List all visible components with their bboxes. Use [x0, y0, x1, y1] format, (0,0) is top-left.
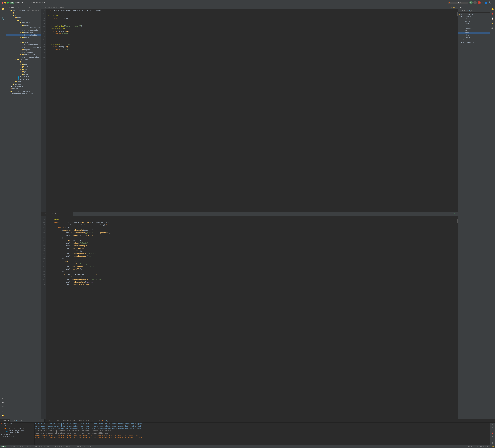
- services-dots-btn[interactable]: ···: [23, 420, 27, 422]
- maven-lifecycle-test[interactable]: ○ test: [458, 25, 490, 27]
- debug-button[interactable]: 🐛: [473, 1, 477, 4]
- log-stop[interactable]: ■: [101, 420, 102, 421]
- tree-item-gitignore[interactable]: 📄 .gitignore: [6, 85, 41, 88]
- log-scroll-down[interactable]: ↓: [490, 426, 495, 429]
- tree-item-entity[interactable]: ▾ 📁 entity: [6, 36, 41, 39]
- tomcat-instance-item[interactable]: 🔥 Tomcat 10.1.2322 [local]: [0, 427, 34, 430]
- maven-download[interactable]: ↓: [461, 10, 462, 12]
- maven-add[interactable]: +: [464, 10, 465, 12]
- more-tools-icon[interactable]: ···: [1, 21, 5, 26]
- tab-server[interactable]: Server: [45, 419, 54, 422]
- localhost-item[interactable]: 🖥 @localhost: [0, 435, 34, 438]
- log-pin[interactable]: 📌: [490, 432, 495, 435]
- tree-item-external-libs[interactable]: ▸ 📁 External Libraries: [6, 90, 41, 93]
- tree-root[interactable]: ▾ 📁 SecurityStudy ~/Desktop/CS/JavaEl...: [6, 9, 41, 12]
- tree-item-target[interactable]: ▸ 📁 target: [6, 83, 41, 85]
- services-stop-btn[interactable]: ■: [13, 420, 15, 422]
- maven-plugins-header[interactable]: ▸ Plugins: [458, 39, 490, 41]
- security-config-editor[interactable]: 4445464748 4950515253 5455565758 5960616…: [41, 216, 458, 419]
- tree-item-user-mapper[interactable]: ☕ UserMapper: [6, 51, 41, 53]
- tree-item-scratches[interactable]: ▸ 🗒 Scratches and Consoles: [6, 93, 41, 95]
- tree-item-account[interactable]: ☕ Account: [6, 39, 41, 41]
- log-search[interactable]: 🔍: [106, 420, 108, 422]
- tree-item-login-html[interactable]: 🌐 login.html: [6, 78, 41, 80]
- tree-item-idea[interactable]: ▸ 📁 .idea: [6, 12, 41, 14]
- maven-refresh[interactable]: ↺: [459, 10, 460, 12]
- maven-skip-tests[interactable]: ⊘: [467, 10, 468, 12]
- editor-scrollbar-2[interactable]: [457, 216, 458, 419]
- tomcat-server-item[interactable]: 🔥 Tomcat Server: [0, 423, 34, 425]
- commit-icon[interactable]: ✔: [1, 12, 5, 16]
- terminal-icon[interactable]: ⌨: [1, 405, 5, 409]
- structure-right-icon[interactable]: 📋: [490, 16, 495, 21]
- services-search-btn[interactable]: 🔍: [15, 419, 18, 422]
- maven-search[interactable]: 🔍: [469, 10, 471, 12]
- security-config-code[interactable]: @Bean public SecurityFilterChain filterC…: [49, 216, 457, 419]
- scrollbar-thumb-1[interactable]: [457, 12, 458, 16]
- notifications-right-icon[interactable]: 🔔: [490, 7, 495, 11]
- tree-item-security-init[interactable]: ☕ SecurityInitializer: [6, 46, 41, 48]
- encoding[interactable]: UTF-8: [477, 446, 482, 448]
- editor-menu-1[interactable]: ⋮: [455, 6, 457, 8]
- tree-item-service-impl[interactable]: ▾ 📁 service.impl: [6, 53, 41, 56]
- tree-item-init[interactable]: ▾ 📁 init: [6, 41, 41, 43]
- tree-item-com-example[interactable]: ▾ 📁 com.example: [6, 22, 41, 24]
- tree-item-test[interactable]: ▸ 📁 test: [6, 80, 41, 83]
- tree-item-controller[interactable]: ▾ 📁 controller: [6, 31, 41, 34]
- maven-lifecycle-package[interactable]: ○ package: [458, 27, 490, 29]
- run-button[interactable]: ▶: [469, 1, 473, 4]
- log-filter-btn2[interactable]: ⊟: [490, 435, 495, 438]
- maven-run[interactable]: ▶: [462, 10, 463, 12]
- maven-lifecycle-deploy[interactable]: ○ deploy: [458, 36, 490, 39]
- settings-icon[interactable]: ⚙: [492, 1, 493, 4]
- bookmarks-icon[interactable]: 🔖: [490, 12, 495, 16]
- database-item[interactable]: 🗄 Database: [0, 433, 34, 435]
- tree-item-main[interactable]: ▾ 📁 main: [6, 17, 41, 19]
- maven-settings[interactable]: ⚙: [466, 10, 467, 12]
- tree-item-picture[interactable]: ▸ 📁 picture: [6, 73, 41, 75]
- services-filter-btn[interactable]: ⊟: [19, 419, 20, 422]
- hello-controller-code[interactable]: import org.springframework.web.bind.anno…: [46, 9, 457, 212]
- tree-item-font[interactable]: ▸ 📁 font: [6, 66, 41, 68]
- maven-lifecycle-validate[interactable]: ○ validate: [458, 20, 490, 23]
- tree-item-js[interactable]: ▸ 📁 js: [6, 70, 41, 73]
- minimize-button[interactable]: [4, 2, 6, 4]
- running-item[interactable]: ▶ Running: [0, 425, 34, 427]
- maven-project-root[interactable]: m SecurityStudy: [458, 13, 490, 15]
- log-clear-btn2[interactable]: 🗑: [490, 442, 495, 445]
- tree-item-src[interactable]: ▾ 📁 src: [6, 14, 41, 17]
- tree-item-pom[interactable]: m pom.xml: [6, 88, 41, 90]
- close-button[interactable]: [2, 2, 3, 4]
- structure-icon[interactable]: 🔧: [1, 16, 5, 21]
- search-icon[interactable]: 🔍: [489, 1, 491, 4]
- line-ending[interactable]: LF: [474, 446, 476, 448]
- run-configuration[interactable]: 🔥 Tomcat 10.1.2322 ▾: [448, 1, 468, 4]
- tab-hello-controller[interactable]: ☕ HelloController.java ✕: [41, 5, 67, 9]
- project-panel-chevron[interactable]: ⌄: [18, 6, 28, 8]
- maven-lifecycle-install[interactable]: ○ install: [458, 32, 490, 34]
- gradle-icon[interactable]: 🐘: [490, 26, 495, 31]
- maximize-button[interactable]: [7, 2, 9, 4]
- log-record[interactable]: ⏺: [102, 420, 104, 422]
- tree-item-config[interactable]: ▾ 📁 config: [6, 24, 41, 27]
- maven-lifecycle-site[interactable]: ○ site: [458, 34, 490, 36]
- notifications-bell[interactable]: 🔔: [492, 446, 494, 448]
- scrollbar-thumb-2[interactable]: [457, 219, 458, 223]
- tab-close-security[interactable]: ✕: [70, 213, 71, 215]
- log-scroll-up[interactable]: ↑: [490, 423, 495, 426]
- artifact-item[interactable]: 🌐 SecurityStudy:war [Synchronized]: [0, 430, 34, 433]
- maven-lifecycle-header[interactable]: ▾ Lifecycle: [458, 15, 490, 18]
- project-icon[interactable]: 📁: [1, 7, 5, 11]
- tree-item-authorize-service[interactable]: ☕ AuthorizeService: [6, 56, 41, 58]
- run-left-icon[interactable]: ▶: [1, 396, 5, 400]
- hello-controller-editor[interactable]: 1516171819 2021222324 2526272829 3031323…: [41, 9, 458, 212]
- services-icon[interactable]: 🖥: [1, 400, 5, 405]
- tree-item-security-config[interactable]: ☕ SecurityConfigura...: [6, 27, 41, 29]
- tab-tomcat-localhost-log[interactable]: Tomcat Localhost Log: [54, 419, 76, 422]
- tree-item-web-config[interactable]: ☕ WebConfiguration: [6, 29, 41, 31]
- project-name[interactable]: SecurityStudy: [15, 2, 28, 4]
- log-refresh[interactable]: ↺: [99, 420, 100, 422]
- tree-item-mapper[interactable]: ▾ 📁 mapper: [6, 48, 41, 51]
- tree-item-resources[interactable]: ▾ 📁 resources: [6, 58, 41, 61]
- tree-item-java[interactable]: ▾ 📁 java: [6, 19, 41, 22]
